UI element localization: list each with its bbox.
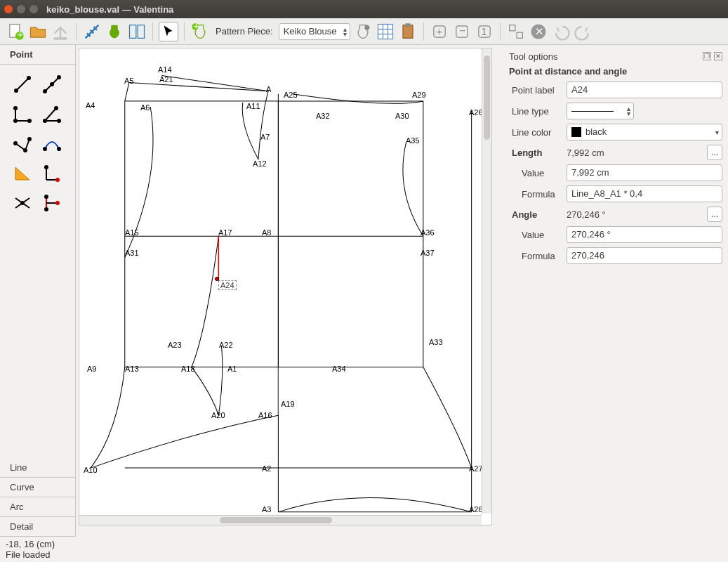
tool-perpendicular-icon[interactable] (8, 100, 37, 128)
point-label[interactable]: A30 (395, 112, 409, 120)
point-label[interactable]: A23 (168, 341, 182, 349)
point-label[interactable]: A3 (262, 505, 271, 514)
layout-icon[interactable] (127, 22, 147, 41)
svg-point-59 (44, 195, 48, 199)
point-label[interactable]: A14 (158, 65, 172, 74)
point-label[interactable]: A6 (140, 103, 150, 112)
add-piece-icon[interactable]: + (190, 22, 210, 41)
tab-line[interactable]: Line (0, 458, 75, 478)
tool-point-height-icon[interactable] (38, 159, 66, 187)
angle-formula-input[interactable]: 270,246 (567, 247, 722, 264)
zoom-fit-icon[interactable] (506, 22, 526, 41)
canvas-viewport[interactable]: A24 A4A5A14A21A6AA25A11A29A26A32A30A7A35… (79, 48, 492, 525)
point-label[interactable]: A28 (469, 505, 483, 514)
clipboard-icon[interactable] (398, 22, 418, 41)
point-label[interactable]: A22 (219, 341, 233, 349)
zoom-reset-icon[interactable]: 1 (475, 22, 494, 41)
tool-angle-icon[interactable] (38, 100, 66, 128)
point-label[interactable]: A1 (227, 365, 237, 373)
tool-bisector-icon[interactable] (8, 129, 37, 157)
window-maximize-icon[interactable] (29, 5, 38, 13)
svg-rect-62 (125, 101, 279, 367)
point-label[interactable]: A17 (218, 228, 232, 237)
point-label[interactable]: A5 (124, 77, 133, 85)
zoom-out-icon[interactable]: − (452, 22, 472, 41)
measurements-icon[interactable] (82, 22, 102, 41)
point-label[interactable]: A7 (260, 133, 270, 141)
point-label[interactable]: A9 (87, 365, 96, 373)
point-label-input[interactable]: A24 (567, 81, 722, 98)
point-label[interactable]: A11 (246, 102, 260, 110)
point-label[interactable]: A8 (262, 228, 271, 237)
window-close-icon[interactable] (4, 5, 13, 13)
vertical-scrollbar[interactable] (482, 48, 491, 514)
svg-text:−: − (459, 24, 465, 36)
horizontal-scrollbar[interactable] (79, 515, 482, 525)
tab-point[interactable]: Point (0, 45, 75, 65)
point-label[interactable]: A19 (281, 400, 295, 408)
svg-rect-23 (517, 32, 522, 38)
point-label[interactable]: A18 (181, 365, 195, 373)
point-label[interactable]: A10 (84, 466, 98, 474)
point-label[interactable]: A21 (159, 75, 173, 84)
panel-close-icon[interactable]: ✕ (714, 52, 722, 60)
length-formula-input[interactable]: Line_A8_A1 * 0,4 (567, 185, 722, 202)
panel-detach-icon[interactable]: ❐ (703, 52, 711, 60)
svg-point-35 (13, 119, 18, 123)
h-scroll-thumb[interactable] (220, 517, 332, 523)
tool-shoulder-icon[interactable] (38, 188, 66, 216)
point-label[interactable]: A33 (429, 338, 443, 346)
point-label[interactable]: A31 (125, 249, 139, 257)
new-file-icon[interactable]: + (6, 22, 25, 41)
tab-arc[interactable]: Arc (0, 497, 75, 517)
length-value-input[interactable]: 7,992 cm (567, 164, 722, 181)
tool-intersection-icon[interactable] (8, 188, 37, 216)
tab-detail[interactable]: Detail (0, 517, 75, 537)
point-label[interactable]: A36 (421, 228, 435, 237)
angle-formula-label: Formula (509, 251, 562, 261)
pattern-body-icon[interactable] (105, 22, 124, 41)
config-piece-icon[interactable] (353, 22, 373, 41)
pattern-canvas[interactable] (79, 48, 491, 525)
line-color-label: Line color (509, 127, 562, 138)
line-type-select[interactable]: ▴▾ (567, 103, 634, 119)
point-label[interactable]: A15 (125, 228, 139, 237)
point-label[interactable]: A27 (469, 464, 483, 473)
zoom-in-icon[interactable]: + (430, 22, 449, 41)
redo-icon[interactable] (574, 22, 593, 41)
open-file-icon[interactable] (28, 22, 48, 41)
line-color-select[interactable]: black▾ (567, 124, 722, 140)
point-label-a24[interactable]: A24 (218, 280, 237, 290)
tool-point-on-line-icon[interactable] (38, 70, 66, 98)
point-label[interactable]: A34 (332, 365, 346, 373)
angle-value-input[interactable]: 270,246 ° (567, 226, 722, 243)
pattern-piece-select[interactable]: Keiko Blouse ▴▾ (279, 23, 350, 40)
stop-icon[interactable]: ✕ (529, 22, 548, 41)
point-label[interactable]: A13 (125, 365, 139, 373)
point-label[interactable]: A20 (211, 411, 225, 419)
point-label[interactable]: A2 (262, 464, 271, 473)
point-label[interactable]: A4 (86, 101, 95, 110)
angle-more-button[interactable]: ... (707, 207, 722, 222)
pointer-icon[interactable] (159, 22, 178, 41)
point-label[interactable]: A26 (469, 108, 483, 117)
point-label[interactable]: A32 (316, 112, 330, 120)
point-label[interactable]: A37 (421, 249, 435, 257)
save-file-icon[interactable] (51, 22, 70, 41)
undo-icon[interactable] (551, 22, 571, 41)
length-more-button[interactable]: ... (707, 145, 722, 160)
table-icon[interactable] (376, 22, 395, 41)
point-label[interactable]: A12 (253, 159, 267, 168)
tool-segment-icon[interactable] (8, 70, 37, 98)
tab-curve[interactable]: Curve (0, 478, 75, 497)
point-label[interactable]: A29 (412, 91, 426, 99)
svg-point-37 (13, 106, 18, 110)
point-label[interactable]: A (266, 85, 271, 93)
point-label[interactable]: A16 (258, 411, 272, 419)
v-scroll-thumb[interactable] (484, 55, 490, 140)
point-label[interactable]: A35 (406, 136, 420, 145)
tool-triangle-icon[interactable] (8, 159, 37, 187)
tool-curve-point-icon[interactable] (38, 129, 66, 157)
point-label[interactable]: A25 (284, 91, 298, 99)
window-minimize-icon[interactable] (17, 5, 25, 13)
